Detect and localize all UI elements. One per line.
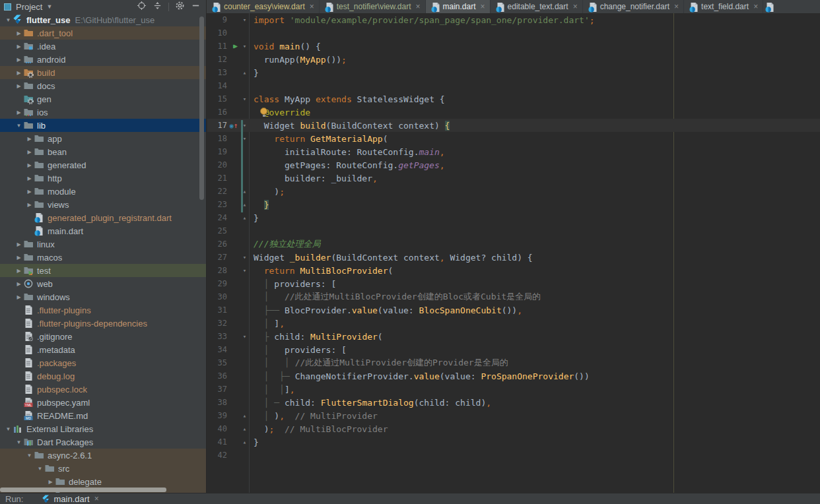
tree-item-label[interactable]: main.dart — [48, 226, 83, 236]
close-icon[interactable]: × — [753, 3, 758, 11]
tree-item-label[interactable]: External Libraries — [26, 424, 93, 434]
tree-horizontal-scrollbar[interactable] — [0, 488, 166, 492]
tree-item-label[interactable]: generated — [48, 160, 86, 170]
tree-item-label[interactable]: debug.log — [37, 371, 75, 381]
settings-gear-icon[interactable] — [175, 1, 185, 13]
tree-item-.flutter-plugins[interactable]: .flutter-plugins — [0, 303, 206, 317]
tree-item-external-libraries[interactable]: ▼External Libraries — [0, 422, 206, 435]
tree-item-label[interactable]: linux — [37, 239, 55, 249]
tree-expanded-arrow-icon[interactable]: ▼ — [15, 123, 23, 129]
tree-item-.metadata[interactable]: .metadata — [0, 343, 206, 356]
tree-collapsed-arrow-icon[interactable]: ▶ — [25, 202, 34, 208]
tree-item-docs[interactable]: ▶docs — [0, 79, 206, 92]
chevron-down-icon[interactable]: ▼ — [46, 3, 52, 10]
tree-item-web[interactable]: ▶web — [0, 277, 206, 290]
tree-collapsed-arrow-icon[interactable]: ▶ — [46, 479, 55, 485]
tab-test-notifier-view.dart[interactable]: test_notifier\view.dart× — [320, 0, 426, 13]
tree-item-readme.md[interactable]: MDREADME.md — [0, 409, 206, 422]
tree-item-label[interactable]: .packages — [37, 358, 76, 368]
tree-collapsed-arrow-icon[interactable]: ▶ — [25, 189, 34, 195]
tree-item-.gitignore[interactable]: .gitignore — [0, 330, 206, 343]
project-tree[interactable]: ▼flutter_useE:\GitHub\flutter_use▶.dart_… — [0, 13, 207, 493]
tree-item-.packages[interactable]: .packages — [0, 356, 206, 369]
tree-item-module[interactable]: ▶module — [0, 185, 206, 198]
tree-item-label[interactable]: .gitignore — [37, 332, 72, 342]
tab-label[interactable]: change_notifier.dart — [600, 2, 669, 11]
tree-item-generated[interactable]: ▶generated — [0, 158, 206, 172]
tree-item-http[interactable]: ▶http — [0, 172, 206, 185]
tree-item-label[interactable]: gen — [37, 94, 51, 104]
intention-bulb-icon[interactable] — [260, 108, 267, 115]
tree-collapsed-arrow-icon[interactable]: ▶ — [15, 110, 23, 115]
tree-item-label[interactable]: .dart_tool — [37, 28, 73, 38]
tree-collapsed-arrow-icon[interactable]: ▶ — [25, 175, 34, 181]
tree-item-label[interactable]: flutter_use — [26, 15, 70, 25]
tree-collapsed-arrow-icon[interactable]: ▶ — [15, 268, 23, 274]
fold-marker-icon[interactable]: ▴ — [240, 69, 249, 76]
tree-item-delegate[interactable]: ▶delegate — [0, 475, 206, 488]
tree-item-dart-packages[interactable]: ▼Dart Packages — [0, 435, 206, 449]
collapse-all-icon[interactable] — [153, 1, 162, 13]
tree-item-label[interactable]: .idea — [37, 42, 55, 51]
tree-expanded-arrow-icon[interactable]: ▼ — [25, 453, 34, 458]
tree-item-.idea[interactable]: ▶.idea — [0, 40, 206, 53]
tree-collapsed-arrow-icon[interactable]: ▶ — [15, 57, 23, 63]
tree-item-windows[interactable]: ▶windows — [0, 290, 206, 303]
tab-label[interactable]: counter_easy\view.dart — [224, 2, 305, 11]
tree-collapsed-arrow-icon[interactable]: ▶ — [15, 44, 23, 49]
tree-item-label[interactable]: app — [48, 134, 62, 144]
tree-item-main.dart[interactable]: main.dart — [0, 224, 206, 237]
tree-item-macos[interactable]: ▶macos — [0, 251, 206, 264]
tab-label[interactable]: main.dart — [443, 2, 476, 11]
tree-expanded-arrow-icon[interactable]: ▼ — [4, 426, 13, 432]
fold-marker-icon[interactable]: ▴ — [240, 412, 249, 419]
run-main-icon[interactable]: ▶▶ — [227, 43, 240, 49]
tree-item-label[interactable]: android — [37, 55, 65, 65]
project-tool-window-header[interactable]: Project ▼ — [0, 0, 207, 13]
tree-item-label[interactable]: http — [48, 173, 62, 183]
fold-marker-icon[interactable]: ▾ — [240, 16, 249, 23]
close-icon[interactable]: × — [573, 3, 578, 11]
tree-item-.flutter-plugins-dependencies[interactable]: .flutter-plugins-dependencies — [0, 317, 206, 330]
tree-item-label[interactable]: delegate — [69, 477, 102, 487]
fold-marker-icon[interactable]: ▴ — [240, 214, 249, 221]
tree-item-label[interactable]: README.md — [37, 411, 88, 421]
tree-item-label[interactable]: docs — [37, 81, 55, 91]
tree-item-async-2.6.1[interactable]: ▼async-2.6.1 — [0, 449, 206, 462]
fold-marker-icon[interactable]: ▾ — [240, 267, 249, 274]
tree-item-label[interactable]: pubspec.lock — [37, 385, 87, 394]
close-icon[interactable]: × — [310, 3, 314, 11]
tree-item-label[interactable]: build — [37, 68, 55, 78]
tree-item-pubspec.lock[interactable]: pubspec.lock — [0, 383, 206, 396]
tree-item-linux[interactable]: ▶linux — [0, 237, 206, 251]
tab-change-notifier.dart[interactable]: change_notifier.dart× — [583, 0, 684, 13]
tree-item-views[interactable]: ▶views — [0, 198, 206, 211]
tree-item-generated-plugin-registrant.dart[interactable]: generated_plugin_registrant.dart — [0, 211, 206, 224]
tree-collapsed-arrow-icon[interactable]: ▶ — [15, 255, 23, 261]
run-config-tab[interactable]: main.dart × — [42, 494, 98, 504]
tree-item-label[interactable]: web — [37, 279, 53, 289]
tree-collapsed-arrow-icon[interactable]: ▶ — [15, 30, 23, 36]
tree-item-src[interactable]: ▼src — [0, 462, 206, 475]
fold-marker-icon[interactable]: ▾ — [240, 96, 249, 102]
tab-overflow[interactable] — [763, 0, 778, 13]
tab-main.dart[interactable]: main.dart× — [426, 0, 491, 13]
close-icon[interactable]: × — [94, 494, 99, 503]
close-icon[interactable]: × — [416, 3, 421, 11]
tree-item-label[interactable]: pubspec.yaml — [37, 398, 90, 408]
tree-item-bean[interactable]: ▶bean — [0, 145, 206, 158]
tree-collapsed-arrow-icon[interactable]: ▶ — [25, 136, 34, 142]
tab-label[interactable]: test_notifier\view.dart — [337, 2, 411, 11]
tree-item-label[interactable]: ios — [37, 108, 48, 117]
tree-collapsed-arrow-icon[interactable]: ▶ — [15, 241, 23, 247]
tree-item-label[interactable]: Dart Packages — [37, 437, 93, 447]
tree-collapsed-arrow-icon[interactable]: ▶ — [15, 83, 23, 89]
tree-item-android[interactable]: ▶android — [0, 53, 206, 66]
tab-label[interactable]: text_field.dart — [701, 2, 749, 11]
tree-item-test[interactable]: ▶test — [0, 264, 206, 277]
tree-item-gen[interactable]: gen — [0, 92, 206, 106]
tab-text-field.dart[interactable]: text_field.dart× — [684, 0, 763, 13]
tree-item-label[interactable]: module — [48, 187, 76, 197]
tab-label[interactable]: editable_text.dart — [508, 2, 568, 11]
tree-item-app[interactable]: ▶app — [0, 132, 206, 145]
